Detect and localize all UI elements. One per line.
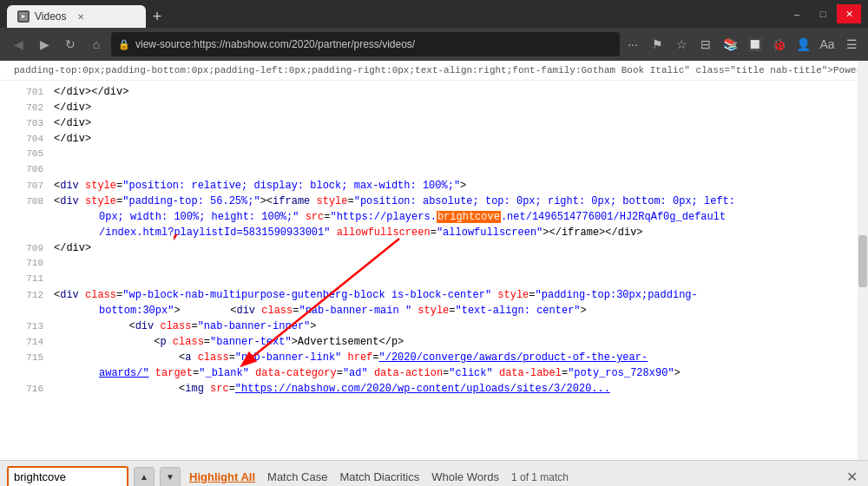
- match-case-button[interactable]: Match Case: [264, 470, 331, 484]
- pocket-button[interactable]: ⚑: [648, 35, 667, 54]
- line-715: 715 <a class="nab-banner-link" href="/20…: [7, 350, 868, 381]
- find-close-button[interactable]: ✕: [842, 468, 861, 487]
- synced-tabs[interactable]: ⊟: [696, 35, 715, 54]
- title-bar: Videos ✕ + – □ ✕: [0, 0, 868, 28]
- reader-mode[interactable]: Aa: [818, 35, 837, 54]
- header-continuation: padding-top:0px;padding-bottom:0px;paddi…: [7, 63, 868, 77]
- library-button[interactable]: 📚: [720, 35, 740, 54]
- tab-favicon: [17, 10, 30, 23]
- lock-icon: 🔒: [118, 39, 130, 50]
- tab-title: Videos: [35, 10, 66, 23]
- line-708: 708 <div style="padding-top: 56.25%;"><i…: [7, 194, 868, 240]
- home-button[interactable]: ⌂: [85, 33, 108, 56]
- line-711: 711: [7, 272, 868, 287]
- extensions-button[interactable]: 🐞: [769, 35, 788, 54]
- scrollbar-thumb[interactable]: [858, 235, 867, 287]
- back-button[interactable]: ◀: [7, 33, 30, 56]
- maximize-button[interactable]: □: [811, 4, 835, 23]
- source-view: padding-top:0px;padding-bottom:0px;paddi…: [0, 61, 868, 460]
- vertical-scrollbar[interactable]: [858, 61, 868, 460]
- address-bar[interactable]: 🔒 view-source:https://nabshow.com/2020/p…: [111, 32, 620, 56]
- find-next-button[interactable]: ▼: [160, 467, 181, 487]
- line-716: 716 <img src="https://nabshow.com/2020/w…: [7, 381, 868, 397]
- menu-button[interactable]: ☰: [842, 35, 861, 54]
- minimize-button[interactable]: –: [785, 4, 809, 23]
- line-712: 712 <div class="wp-block-nab-multipurpos…: [7, 287, 868, 319]
- find-input[interactable]: [14, 470, 101, 483]
- address-text: view-source:https://nabshow.com/2020/par…: [135, 38, 415, 50]
- line-713: 713 <div class="nab-banner-inner">: [7, 319, 868, 334]
- window-controls: – □ ✕: [785, 4, 861, 23]
- source-content: 701 </div></div> 702 </div> 703 </div> 7…: [0, 81, 868, 400]
- match-diacritics-button[interactable]: Match Diacritics: [336, 470, 423, 484]
- line-709: 709 </div>: [7, 240, 868, 256]
- find-bar: ▲ ▼ Highlight All Match Case Match Diacr…: [0, 460, 868, 486]
- line-702: 702 </div>: [7, 100, 868, 115]
- match-count: 1 of 1 match: [511, 471, 569, 483]
- line-707: 707 <div style="position: relative; disp…: [7, 178, 868, 194]
- nav-icons-right: ··· ⚑ ☆ ⊟ 📚 🔲 🐞 👤 Aa ☰: [623, 35, 861, 54]
- new-tab-button[interactable]: +: [146, 5, 168, 28]
- tab-close-button[interactable]: ✕: [75, 10, 87, 23]
- whole-words-button[interactable]: Whole Words: [428, 470, 503, 484]
- line-714: 714 <p class="banner-text">Advertisement…: [7, 334, 868, 350]
- forward-button[interactable]: ▶: [33, 33, 56, 56]
- container-button[interactable]: 🔲: [745, 35, 764, 54]
- navigation-bar: ◀ ▶ ↻ ⌂ 🔒 view-source:https://nabshow.co…: [0, 28, 868, 61]
- reload-button[interactable]: ↻: [59, 33, 82, 56]
- close-button[interactable]: ✕: [837, 4, 861, 23]
- find-input-wrap: [7, 466, 128, 487]
- line-705: 705: [7, 147, 868, 162]
- line-704: 704 </div>: [7, 131, 868, 147]
- highlight-all-button[interactable]: Highlight All: [186, 470, 259, 484]
- bookmark-button[interactable]: ☆: [672, 35, 691, 54]
- line-701: 701 </div></div>: [7, 84, 868, 100]
- more-button[interactable]: ···: [623, 35, 642, 54]
- line-703: 703 </div>: [7, 115, 868, 131]
- line-710: 710: [7, 256, 868, 272]
- tabs-container: Videos ✕ +: [7, 0, 781, 28]
- account-button[interactable]: 👤: [793, 35, 812, 54]
- find-prev-button[interactable]: ▲: [134, 467, 155, 487]
- line-706: 706: [7, 162, 868, 178]
- tab-videos[interactable]: Videos ✕: [7, 5, 146, 28]
